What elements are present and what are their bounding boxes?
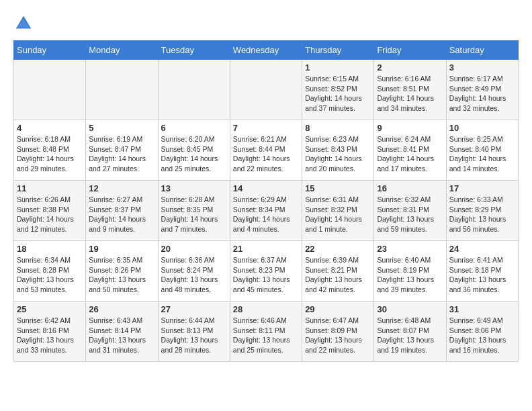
day-info: Sunrise: 6:49 AMSunset: 8:06 PMDaylight:…: [449, 316, 515, 355]
day-cell: 10Sunrise: 6:25 AMSunset: 8:40 PMDayligh…: [446, 120, 518, 181]
day-info: Sunrise: 6:43 AMSunset: 8:14 PMDaylight:…: [89, 316, 154, 355]
day-number: 27: [161, 304, 227, 314]
header-cell-friday: Friday: [374, 41, 446, 60]
day-number: 13: [161, 183, 227, 193]
page-header: [13, 13, 519, 34]
day-info: Sunrise: 6:26 AMSunset: 8:38 PMDaylight:…: [17, 195, 83, 234]
day-number: 19: [89, 244, 154, 254]
day-info: Sunrise: 6:44 AMSunset: 8:13 PMDaylight:…: [161, 316, 227, 355]
day-info: Sunrise: 6:20 AMSunset: 8:45 PMDaylight:…: [161, 134, 227, 174]
day-number: 15: [305, 183, 371, 193]
header-cell-thursday: Thursday: [302, 41, 374, 60]
day-info: Sunrise: 6:18 AMSunset: 8:48 PMDaylight:…: [17, 134, 83, 174]
day-number: 30: [377, 304, 443, 314]
day-info: Sunrise: 6:25 AMSunset: 8:40 PMDaylight:…: [449, 134, 515, 174]
day-number: 31: [449, 304, 515, 314]
day-info: Sunrise: 6:40 AMSunset: 8:19 PMDaylight:…: [377, 255, 443, 295]
day-cell: 16Sunrise: 6:32 AMSunset: 8:31 PMDayligh…: [374, 181, 446, 241]
day-number: 7: [233, 123, 299, 133]
day-info: Sunrise: 6:35 AMSunset: 8:26 PMDaylight:…: [89, 255, 154, 295]
day-cell: 24Sunrise: 6:41 AMSunset: 8:18 PMDayligh…: [446, 241, 518, 302]
day-cell: 12Sunrise: 6:27 AMSunset: 8:37 PMDayligh…: [86, 181, 158, 241]
header-cell-monday: Monday: [86, 41, 158, 60]
header-row: SundayMondayTuesdayWednesdayThursdayFrid…: [14, 41, 519, 60]
day-info: Sunrise: 6:32 AMSunset: 8:31 PMDaylight:…: [377, 195, 443, 234]
day-cell: 7Sunrise: 6:21 AMSunset: 8:44 PMDaylight…: [230, 120, 302, 181]
day-cell: 21Sunrise: 6:37 AMSunset: 8:23 PMDayligh…: [230, 241, 302, 302]
day-cell: [158, 60, 230, 120]
day-number: 22: [305, 244, 371, 254]
day-info: Sunrise: 6:47 AMSunset: 8:09 PMDaylight:…: [305, 316, 371, 355]
day-cell: 30Sunrise: 6:48 AMSunset: 8:07 PMDayligh…: [374, 302, 446, 362]
day-cell: 9Sunrise: 6:24 AMSunset: 8:41 PMDaylight…: [374, 120, 446, 181]
day-number: 4: [17, 123, 83, 133]
day-number: 18: [17, 244, 83, 254]
logo: [13, 13, 38, 34]
week-row-3: 11Sunrise: 6:26 AMSunset: 8:38 PMDayligh…: [14, 181, 519, 241]
day-number: 3: [449, 62, 515, 73]
day-cell: 18Sunrise: 6:34 AMSunset: 8:28 PMDayligh…: [14, 241, 86, 302]
day-number: 24: [449, 244, 515, 254]
calendar-table: SundayMondayTuesdayWednesdayThursdayFrid…: [13, 40, 519, 362]
day-number: 1: [305, 62, 371, 73]
header-cell-sunday: Sunday: [14, 41, 86, 60]
day-info: Sunrise: 6:27 AMSunset: 8:37 PMDaylight:…: [89, 195, 154, 234]
day-cell: 29Sunrise: 6:47 AMSunset: 8:09 PMDayligh…: [302, 302, 374, 362]
day-cell: 23Sunrise: 6:40 AMSunset: 8:19 PMDayligh…: [374, 241, 446, 302]
day-cell: 2Sunrise: 6:16 AMSunset: 8:51 PMDaylight…: [374, 60, 446, 120]
week-row-4: 18Sunrise: 6:34 AMSunset: 8:28 PMDayligh…: [14, 241, 519, 302]
day-number: 5: [89, 123, 154, 133]
week-row-2: 4Sunrise: 6:18 AMSunset: 8:48 PMDaylight…: [14, 120, 519, 181]
day-cell: [86, 60, 158, 120]
day-number: 10: [449, 123, 515, 133]
day-info: Sunrise: 6:34 AMSunset: 8:28 PMDaylight:…: [17, 255, 83, 295]
week-row-1: 1Sunrise: 6:15 AMSunset: 8:52 PMDaylight…: [14, 60, 519, 120]
day-number: 28: [233, 304, 299, 314]
day-cell: 25Sunrise: 6:42 AMSunset: 8:16 PMDayligh…: [14, 302, 86, 362]
day-number: 23: [377, 244, 443, 254]
day-number: 12: [89, 183, 154, 193]
day-cell: 13Sunrise: 6:28 AMSunset: 8:35 PMDayligh…: [158, 181, 230, 241]
day-info: Sunrise: 6:33 AMSunset: 8:29 PMDaylight:…: [449, 195, 515, 234]
day-info: Sunrise: 6:37 AMSunset: 8:23 PMDaylight:…: [233, 255, 299, 295]
day-info: Sunrise: 6:42 AMSunset: 8:16 PMDaylight:…: [17, 316, 83, 355]
day-number: 8: [305, 123, 371, 133]
day-info: Sunrise: 6:15 AMSunset: 8:52 PMDaylight:…: [305, 74, 371, 113]
header-cell-wednesday: Wednesday: [230, 41, 302, 60]
day-cell: 27Sunrise: 6:44 AMSunset: 8:13 PMDayligh…: [158, 302, 230, 362]
day-cell: 14Sunrise: 6:29 AMSunset: 8:34 PMDayligh…: [230, 181, 302, 241]
day-info: Sunrise: 6:21 AMSunset: 8:44 PMDaylight:…: [233, 134, 299, 174]
day-cell: 20Sunrise: 6:36 AMSunset: 8:24 PMDayligh…: [158, 241, 230, 302]
day-cell: 3Sunrise: 6:17 AMSunset: 8:49 PMDaylight…: [446, 60, 518, 120]
header-cell-tuesday: Tuesday: [158, 41, 230, 60]
week-row-5: 25Sunrise: 6:42 AMSunset: 8:16 PMDayligh…: [14, 302, 519, 362]
day-number: 21: [233, 244, 299, 254]
day-cell: 8Sunrise: 6:23 AMSunset: 8:43 PMDaylight…: [302, 120, 374, 181]
day-cell: 19Sunrise: 6:35 AMSunset: 8:26 PMDayligh…: [86, 241, 158, 302]
day-cell: 6Sunrise: 6:20 AMSunset: 8:45 PMDaylight…: [158, 120, 230, 181]
day-number: 16: [377, 183, 443, 193]
day-info: Sunrise: 6:19 AMSunset: 8:47 PMDaylight:…: [89, 134, 154, 174]
day-info: Sunrise: 6:39 AMSunset: 8:21 PMDaylight:…: [305, 255, 371, 295]
day-number: 6: [161, 123, 227, 133]
day-number: 20: [161, 244, 227, 254]
day-info: Sunrise: 6:23 AMSunset: 8:43 PMDaylight:…: [305, 134, 371, 174]
day-cell: 11Sunrise: 6:26 AMSunset: 8:38 PMDayligh…: [14, 181, 86, 241]
day-cell: 31Sunrise: 6:49 AMSunset: 8:06 PMDayligh…: [446, 302, 518, 362]
day-number: 11: [17, 183, 83, 193]
day-info: Sunrise: 6:17 AMSunset: 8:49 PMDaylight:…: [449, 74, 515, 113]
day-cell: 22Sunrise: 6:39 AMSunset: 8:21 PMDayligh…: [302, 241, 374, 302]
day-cell: 15Sunrise: 6:31 AMSunset: 8:32 PMDayligh…: [302, 181, 374, 241]
day-cell: 28Sunrise: 6:46 AMSunset: 8:11 PMDayligh…: [230, 302, 302, 362]
day-cell: [230, 60, 302, 120]
day-info: Sunrise: 6:24 AMSunset: 8:41 PMDaylight:…: [377, 134, 443, 174]
day-cell: 4Sunrise: 6:18 AMSunset: 8:48 PMDaylight…: [14, 120, 86, 181]
day-info: Sunrise: 6:16 AMSunset: 8:51 PMDaylight:…: [377, 74, 443, 113]
logo-icon: [13, 13, 34, 34]
day-info: Sunrise: 6:29 AMSunset: 8:34 PMDaylight:…: [233, 195, 299, 234]
day-info: Sunrise: 6:28 AMSunset: 8:35 PMDaylight:…: [161, 195, 227, 234]
day-info: Sunrise: 6:41 AMSunset: 8:18 PMDaylight:…: [449, 255, 515, 295]
day-info: Sunrise: 6:31 AMSunset: 8:32 PMDaylight:…: [305, 195, 371, 234]
day-number: 29: [305, 304, 371, 314]
day-number: 17: [449, 183, 515, 193]
